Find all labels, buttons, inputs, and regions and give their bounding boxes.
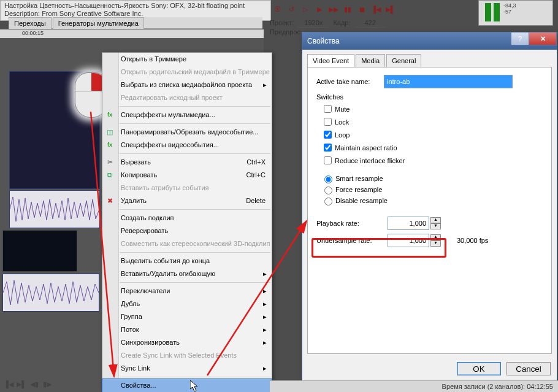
mute-label: Mute bbox=[335, 106, 350, 113]
loop-checkbox[interactable] bbox=[324, 131, 332, 139]
close-button[interactable]: ✕ bbox=[529, 33, 557, 45]
time-ruler[interactable]: 00:00:15 bbox=[0, 29, 264, 38]
video-thumbnail[interactable] bbox=[2, 230, 77, 272]
menu-select-from-media-list[interactable]: Выбрать из списка медиафайлов проекта▸ bbox=[102, 79, 272, 91]
help-button[interactable]: ? bbox=[511, 33, 529, 45]
menu-select-events-to-end[interactable]: Выделить события до конца bbox=[102, 255, 272, 267]
menu-insert-remove-envelope[interactable]: Вставить/Удалить огибающую▸ bbox=[102, 267, 272, 280]
menu-create-subclip[interactable]: Создать подклип bbox=[102, 212, 272, 225]
transport-bar: ⦿ ↺ ▷ ▶ ▶▶ ▮▮ ◼ ▐◀ ▶▌ bbox=[272, 4, 397, 15]
tab-video-event[interactable]: Video Event bbox=[307, 54, 354, 67]
tab-transitions[interactable]: Переходы bbox=[9, 17, 52, 29]
separator bbox=[120, 282, 270, 283]
meter-bar-r bbox=[494, 3, 500, 21]
menu-copy[interactable]: ⧉КопироватьCtrl+C bbox=[102, 169, 272, 182]
force-resample-label: Force resample bbox=[335, 186, 382, 193]
record-icon[interactable]: ⦿ bbox=[272, 4, 283, 15]
meter-readout: -84,3-57 bbox=[503, 2, 516, 15]
dialog-title: Свойства bbox=[307, 37, 340, 45]
menu-pair-stereo3d: Совместить как стереоскопический 3D-подк… bbox=[102, 237, 272, 250]
pause-icon[interactable]: ▮▮ bbox=[342, 4, 353, 15]
stop-icon[interactable]: ◼ bbox=[356, 4, 367, 15]
menu-open-trimmer[interactable]: Открыть в Триммере bbox=[102, 53, 272, 66]
media-gen-tabs: Переходы Генераторы мультимедиа bbox=[9, 17, 262, 29]
smart-resample-radio[interactable] bbox=[324, 175, 332, 183]
audio-meter: -84,3-57 bbox=[478, 0, 553, 26]
svg-marker-0 bbox=[190, 380, 197, 391]
preview-label: Предпрос bbox=[270, 28, 300, 36]
aspect-checkbox[interactable] bbox=[324, 144, 332, 152]
menu-open-parent-trimmer: Открыть родительский медиафайл в Триммер… bbox=[102, 66, 272, 79]
play-icon[interactable]: ▶ bbox=[314, 4, 325, 15]
menu-take[interactable]: Дубль▸ bbox=[102, 298, 272, 310]
project-resolution: 1920x bbox=[298, 18, 329, 28]
tab-media-generators[interactable]: Генераторы мультимедиа bbox=[53, 17, 144, 29]
tab-general[interactable]: General bbox=[386, 54, 421, 67]
next-icon[interactable]: ▶▌ bbox=[385, 4, 396, 15]
switches-group-label: Switches bbox=[316, 93, 543, 101]
audio-clip-2[interactable] bbox=[2, 274, 99, 312]
separator bbox=[120, 252, 270, 253]
playback-rate-up-icon[interactable]: ▲ bbox=[430, 217, 441, 223]
playback-rate-input[interactable] bbox=[388, 217, 429, 230]
loop-icon[interactable]: ↺ bbox=[286, 4, 297, 15]
playback-rate-label: Playback rate: bbox=[316, 220, 388, 227]
step-fwd-icon[interactable]: ▮▶ bbox=[42, 380, 52, 390]
tab-page-video-event: Active take name: Switches Mute Lock Loo… bbox=[307, 67, 552, 354]
go-end-icon[interactable]: ▶▌ bbox=[17, 380, 26, 390]
delete-icon: ✖ bbox=[105, 196, 115, 205]
copy-icon: ⧉ bbox=[105, 171, 115, 179]
menu-cut[interactable]: ✂ВырезатьCtrl+X bbox=[102, 156, 272, 169]
separator bbox=[120, 377, 270, 377]
scissors-icon: ✂ bbox=[105, 158, 115, 166]
separator bbox=[120, 153, 270, 154]
ok-button[interactable]: OK bbox=[457, 362, 501, 375]
properties-dialog: Свойства ? ✕ Video Event Media General A… bbox=[302, 32, 557, 381]
lock-checkbox[interactable] bbox=[324, 118, 332, 126]
menu-sync-link[interactable]: Sync Link▸ bbox=[102, 362, 272, 375]
frame-label: Кадр: bbox=[333, 19, 350, 26]
step-back-icon[interactable]: ◀▮ bbox=[29, 380, 39, 390]
menu-pan-crop[interactable]: ◫Панорамировать/Обрезать видеособытие... bbox=[102, 126, 272, 139]
menu-switches[interactable]: Переключатели▸ bbox=[102, 285, 272, 298]
separator bbox=[120, 209, 270, 210]
active-take-name-input[interactable] bbox=[384, 75, 513, 88]
go-start-icon[interactable]: ▐◀ bbox=[4, 380, 13, 390]
pan-crop-icon: ◫ bbox=[105, 128, 115, 136]
dialog-tabs: Video Event Media General bbox=[307, 53, 552, 67]
ruler-time: 00:00:15 bbox=[22, 30, 44, 36]
menu-reverse[interactable]: Реверсировать bbox=[102, 225, 272, 237]
frame-value: 422 bbox=[355, 18, 386, 28]
menu-synchronize[interactable]: Синхронизировать▸ bbox=[102, 336, 272, 349]
menu-delete[interactable]: ✖УдалитьDelete bbox=[102, 194, 272, 207]
active-take-label: Active take name: bbox=[316, 78, 384, 85]
audio-clip-1[interactable] bbox=[9, 190, 100, 228]
menu-stream[interactable]: Поток▸ bbox=[102, 323, 272, 336]
tab-media[interactable]: Media bbox=[356, 54, 385, 67]
menu-event-fx[interactable]: fxСпецэффекты видеособытия... bbox=[102, 139, 272, 152]
interlace-checkbox[interactable] bbox=[324, 156, 332, 164]
separator bbox=[120, 106, 270, 107]
menu-media-fx[interactable]: fxСпецэффекты мультимедиа... bbox=[102, 109, 272, 121]
mute-checkbox[interactable] bbox=[324, 105, 332, 113]
play-ff-icon[interactable]: ▶▶ bbox=[328, 4, 339, 15]
smart-resample-label: Smart resample bbox=[335, 175, 383, 182]
project-label: Проект: bbox=[270, 19, 294, 26]
play-start-icon[interactable]: ▷ bbox=[300, 4, 311, 15]
force-resample-radio[interactable] bbox=[324, 186, 332, 194]
menu-paste-event-attributes: Вставить атрибуты события bbox=[102, 182, 272, 194]
dialog-titlebar[interactable]: Свойства ? ✕ bbox=[302, 33, 557, 50]
disable-resample-label: Disable resample bbox=[335, 197, 388, 204]
playback-rate-down-icon[interactable]: ▼ bbox=[430, 223, 441, 229]
separator bbox=[120, 123, 270, 124]
disable-resample-radio[interactable] bbox=[324, 198, 332, 206]
meter-bar-l bbox=[485, 3, 491, 21]
menu-create-sync-link: Create Sync Link with Selected Events bbox=[102, 349, 272, 362]
cancel-button[interactable]: Cancel bbox=[506, 362, 551, 375]
interlace-label: Reduce interlace flicker bbox=[335, 157, 405, 164]
lock-label: Lock bbox=[335, 118, 349, 126]
menu-group[interactable]: Группа▸ bbox=[102, 310, 272, 323]
menu-properties[interactable]: Свойства... bbox=[102, 379, 272, 392]
prev-icon[interactable]: ▐◀ bbox=[370, 4, 381, 15]
record-time-label: Время записи (2 каналов): 04:12:55 bbox=[442, 383, 553, 390]
